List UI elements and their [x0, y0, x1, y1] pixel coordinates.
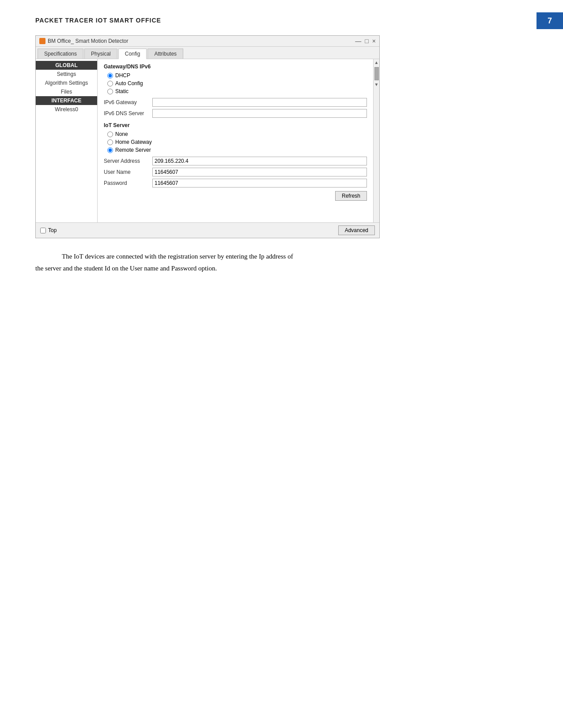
- config-scrollbar: ▲ ▼: [373, 59, 379, 222]
- global-header: GLOBAL: [36, 61, 97, 70]
- ipv6-radio-group: DHCP Auto Config Static: [107, 72, 367, 94]
- page-title: PACKET TRACER IOT SMART OFFICE: [35, 17, 161, 24]
- window-title-left: BM Office_ Smart Motion Detector: [39, 38, 128, 44]
- tab-specifications[interactable]: Specifications: [38, 49, 83, 59]
- sidebar-item-algorithm-settings[interactable]: Algorithm Settings: [36, 79, 97, 87]
- sidebar-item-settings[interactable]: Settings: [36, 70, 97, 79]
- iot-homegateway-radio[interactable]: [107, 139, 113, 145]
- ipv6-dhcp-radio[interactable]: [107, 73, 113, 79]
- window-title-text: BM Office_ Smart Motion Detector: [48, 38, 128, 44]
- tab-attributes[interactable]: Attributes: [147, 49, 183, 59]
- device-icon: [39, 38, 45, 44]
- iot-none-option[interactable]: None: [107, 131, 367, 137]
- tab-physical[interactable]: Physical: [84, 49, 117, 59]
- window-body: GLOBAL Settings Algorithm Settings Files…: [36, 59, 379, 222]
- user-name-row: User Name: [104, 168, 367, 176]
- iot-remoteserver-option[interactable]: Remote Server: [107, 147, 367, 153]
- sidebar-item-files[interactable]: Files: [36, 87, 97, 96]
- paragraph2: the server and the student Id on the Use…: [35, 263, 528, 274]
- scroll-up-arrow[interactable]: ▲: [373, 59, 380, 66]
- password-label: Password: [104, 180, 152, 186]
- refresh-button[interactable]: Refresh: [335, 191, 367, 201]
- scroll-down-arrow[interactable]: ▼: [373, 81, 380, 88]
- iot-none-label: None: [115, 131, 128, 137]
- ipv6-dns-label: IPv6 DNS Server: [104, 110, 152, 116]
- ipv6-dhcp-label: DHCP: [115, 72, 130, 79]
- ipv6-dhcp-option[interactable]: DHCP: [107, 72, 367, 79]
- iot-homegateway-label: Home Gateway: [115, 139, 152, 145]
- top-label: Top: [48, 227, 57, 233]
- ipv6-dns-input[interactable]: [152, 109, 367, 118]
- main-content: BM Office_ Smart Motion Detector — □ × S…: [35, 35, 528, 274]
- page-number: 7: [537, 12, 563, 29]
- ipv6-static-option[interactable]: Static: [107, 88, 367, 94]
- server-address-row: Server Address: [104, 157, 367, 165]
- password-row: Password: [104, 179, 367, 188]
- user-name-label: User Name: [104, 169, 152, 175]
- ipv6-static-label: Static: [115, 88, 128, 94]
- window-titlebar: BM Office_ Smart Motion Detector — □ ×: [36, 36, 379, 47]
- password-input[interactable]: [152, 179, 367, 188]
- close-button[interactable]: ×: [372, 38, 376, 45]
- ipv6-gateway-row: IPv6 Gateway: [104, 98, 367, 107]
- body-text: The IoT devices are connected with the r…: [35, 251, 528, 274]
- ipv6-autoconfig-option[interactable]: Auto Config: [107, 80, 367, 86]
- window-controls: — □ ×: [355, 38, 376, 45]
- maximize-button[interactable]: □: [365, 38, 368, 45]
- paragraph1: The IoT devices are connected with the r…: [35, 251, 528, 263]
- ipv6-gateway-label: IPv6 Gateway: [104, 99, 152, 105]
- sidebar: GLOBAL Settings Algorithm Settings Files…: [36, 59, 98, 222]
- tab-config[interactable]: Config: [118, 49, 147, 59]
- sidebar-item-wireless0[interactable]: Wireless0: [36, 105, 97, 114]
- iot-remoteserver-label: Remote Server: [115, 147, 151, 153]
- top-checkbox-row: Top: [40, 227, 57, 233]
- iot-none-radio[interactable]: [107, 131, 113, 137]
- ipv6-autoconfig-radio[interactable]: [107, 81, 113, 86]
- tabs-bar: Specifications Physical Config Attribute…: [36, 47, 379, 59]
- window-footer: Top Advanced: [36, 222, 379, 238]
- iot-homegateway-option[interactable]: Home Gateway: [107, 139, 367, 145]
- refresh-row: Refresh: [104, 191, 367, 201]
- top-checkbox[interactable]: [40, 228, 46, 233]
- scroll-thumb[interactable]: [374, 67, 379, 80]
- config-panel: Gateway/DNS IPv6 DHCP Auto Config Static: [98, 59, 373, 222]
- server-address-input[interactable]: [152, 157, 367, 165]
- interface-header: INTERFACE: [36, 96, 97, 105]
- advanced-button[interactable]: Advanced: [338, 225, 375, 235]
- ipv6-gateway-input[interactable]: [152, 98, 367, 107]
- iot-radio-group: None Home Gateway Remote Server: [107, 131, 367, 153]
- ipv6-dns-row: IPv6 DNS Server: [104, 109, 367, 118]
- iot-section-title: IoT Server: [104, 122, 367, 128]
- server-address-label: Server Address: [104, 158, 152, 164]
- device-window: BM Office_ Smart Motion Detector — □ × S…: [35, 35, 380, 238]
- ipv6-static-radio[interactable]: [107, 89, 113, 94]
- iot-remoteserver-radio[interactable]: [107, 147, 113, 153]
- minimize-button[interactable]: —: [355, 38, 361, 45]
- ipv6-autoconfig-label: Auto Config: [115, 80, 143, 86]
- gateway-section-title: Gateway/DNS IPv6: [104, 64, 367, 70]
- user-name-input[interactable]: [152, 168, 367, 176]
